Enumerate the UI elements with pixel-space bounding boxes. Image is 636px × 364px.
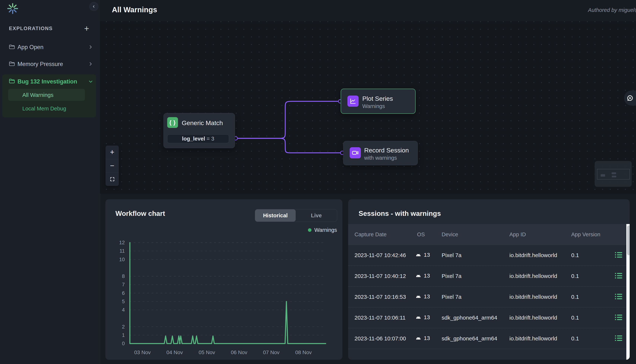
session-logs-button[interactable] — [615, 252, 622, 258]
legend-dot-warnings — [308, 228, 311, 232]
table-row[interactable]: 2023-11-07 10:16:53 13 Pixel 7a io.bitdr… — [348, 287, 630, 308]
authored-by-text: Authored by miguel@bitdrift.io — [484, 7, 636, 13]
svg-text:7: 7 — [122, 282, 125, 288]
sidebar-item-app-open[interactable]: App Open — [0, 40, 100, 55]
android-icon — [415, 253, 421, 257]
zoom-in-button[interactable]: + — [106, 146, 119, 159]
table-row[interactable]: 2023-11-06 10:07:00 13 sdk_gphone64_arm6… — [348, 328, 630, 349]
explorations-label: EXPLORATIONS — [9, 26, 53, 32]
list-icon — [615, 335, 622, 341]
cell-app-id: io.bitdrift.helloworld — [509, 252, 557, 258]
svg-text:04 Nov: 04 Nov — [166, 350, 183, 355]
sidebar-subitem-local-mem-debug[interactable]: Local Mem Debug — [8, 102, 85, 114]
node-generic-match[interactable]: { } Generic Match log_level = 3 — [163, 113, 235, 148]
canvas-minimap[interactable] — [595, 161, 632, 187]
scrollbar-thumb[interactable] — [627, 226, 630, 255]
cell-os: 13 — [415, 252, 430, 258]
svg-text:6: 6 — [122, 290, 125, 296]
workflow-canvas[interactable]: { } Generic Match log_level = 3 Plot Ser… — [100, 21, 636, 194]
sidebar-item-bug-132-investigation[interactable]: Bug 132 Investigation — [2, 74, 96, 88]
cell-device: sdk_gphone64_arm64 — [442, 335, 497, 342]
cell-app-version: 0.1 — [571, 252, 579, 258]
column-device: Device — [442, 232, 458, 238]
video-camera-icon — [350, 147, 361, 158]
minimap-node — [612, 172, 616, 174]
chart-legend: Warnings — [288, 227, 337, 233]
list-icon — [615, 314, 622, 320]
sidebar-subitem-label: All Warnings — [22, 92, 53, 98]
chevron-right-icon — [88, 61, 93, 67]
plus-icon: + — [110, 148, 114, 156]
workflow-chart-panel: Workflow chart Historical Live Warnings … — [105, 199, 342, 360]
chevron-right-icon — [88, 44, 93, 50]
svg-text:1: 1 — [122, 332, 125, 338]
sessions-scrollbar[interactable] — [626, 224, 630, 360]
cell-os: 13 — [415, 293, 430, 300]
sidebar-group-bug-132: Bug 132 Investigation All Warnings Local… — [2, 74, 96, 118]
session-logs-button[interactable] — [615, 272, 622, 279]
folder-icon — [9, 60, 15, 67]
cell-capture-date: 2023-11-07 10:40:12 — [354, 273, 406, 279]
os-version: 13 — [424, 293, 430, 300]
svg-text:07 Nov: 07 Nov — [263, 350, 280, 355]
column-capture-date: Capture Date — [354, 232, 387, 238]
cell-app-id: io.bitdrift.helloworld — [509, 314, 557, 321]
cell-app-id: io.bitdrift.helloworld — [509, 294, 557, 300]
braces-icon: { } — [167, 117, 178, 128]
node-record-session[interactable]: Record Session with warnings — [343, 141, 418, 165]
cell-device: Pixel 7a — [442, 273, 462, 279]
node-plot-series[interactable]: Plot Series Warnings — [341, 89, 415, 114]
table-row[interactable]: 2023-11-07 10:42:46 13 Pixel 7a io.bitdr… — [348, 245, 630, 266]
svg-text:03 Nov: 03 Nov — [134, 350, 151, 355]
add-exploration-button[interactable]: + — [84, 24, 89, 34]
os-version: 13 — [424, 314, 430, 320]
topbar: All Warnings Authored by miguel@bitdrift… — [100, 0, 636, 21]
node-title: Generic Match — [182, 119, 223, 126]
workflow-line-chart: 0124567810111203 Nov04 Nov05 Nov06 Nov07… — [105, 236, 342, 360]
cell-os: 13 — [415, 314, 430, 320]
cell-capture-date: 2023-11-07 10:16:53 — [354, 294, 406, 300]
sessions-table-header: Capture Date OS Device App ID App Versio… — [348, 224, 630, 245]
svg-text:08 Nov: 08 Nov — [295, 350, 312, 355]
cell-app-version: 0.1 — [571, 294, 579, 300]
chat-bubble-icon — [627, 95, 633, 102]
session-logs-button[interactable] — [615, 314, 622, 320]
session-logs-button[interactable] — [615, 335, 622, 341]
cell-os: 13 — [415, 272, 430, 279]
sessions-title: Sessions - with warnings — [359, 210, 441, 218]
cell-capture-date: 2023-11-07 10:06:11 — [354, 314, 405, 321]
os-version: 13 — [424, 252, 430, 258]
os-version: 13 — [424, 335, 430, 341]
condition-key: log_level — [182, 136, 205, 142]
table-row[interactable]: 2023-11-07 10:40:12 13 Pixel 7a io.bitdr… — [348, 266, 630, 287]
toggle-historical[interactable]: Historical — [255, 209, 296, 222]
page-title: All Warnings — [112, 6, 157, 14]
column-app-version: App Version — [571, 232, 600, 238]
toggle-live[interactable]: Live — [296, 209, 337, 222]
zoom-out-button[interactable]: − — [106, 159, 119, 173]
android-icon — [415, 274, 421, 278]
sessions-panel: Sessions - with warnings Capture Date OS… — [348, 199, 630, 360]
condition-value: = 3 — [207, 136, 214, 142]
svg-text:2: 2 — [122, 324, 125, 330]
session-logs-button[interactable] — [615, 293, 622, 300]
table-row[interactable]: 2023-11-07 10:06:11 13 sdk_gphone64_arm6… — [348, 308, 630, 328]
list-icon — [615, 293, 622, 300]
minimap-node — [612, 176, 616, 177]
folder-icon — [9, 78, 15, 84]
minimap-node — [601, 174, 605, 176]
fit-view-button[interactable] — [106, 172, 119, 186]
column-app-id: App ID — [509, 232, 526, 238]
sidebar-collapse-button[interactable] — [89, 2, 98, 11]
node-subtitle: with warnings — [364, 155, 397, 161]
svg-text:8: 8 — [122, 274, 125, 279]
column-os: OS — [417, 232, 425, 238]
sidebar-item-memory-pressure[interactable]: Memory Pressure — [0, 56, 100, 72]
cell-os: 13 — [415, 335, 430, 341]
sidebar: EXPLORATIONS + App Open Memory Pressure … — [0, 0, 100, 364]
cell-device: sdk_gphone64_arm64 — [442, 314, 497, 321]
fit-view-icon — [110, 176, 115, 182]
svg-text:10: 10 — [119, 257, 125, 262]
sidebar-subitem-all-warnings[interactable]: All Warnings — [8, 89, 85, 101]
canvas-zoom-controls: + − — [106, 146, 119, 186]
